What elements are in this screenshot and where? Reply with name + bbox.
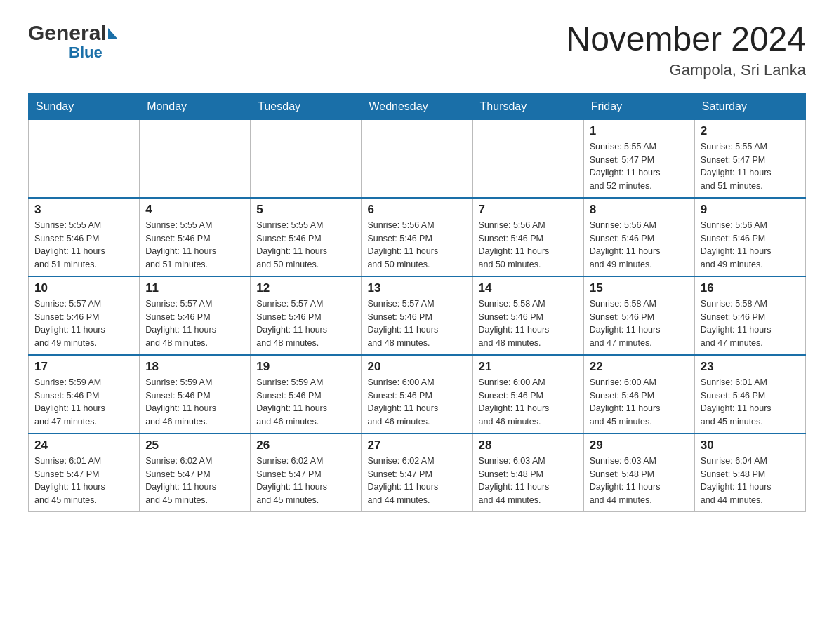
day-number: 9	[701, 203, 800, 217]
calendar-cell	[140, 119, 251, 198]
day-number: 12	[256, 281, 355, 295]
calendar-header-sunday: Sunday	[29, 94, 140, 119]
day-number: 22	[590, 360, 689, 374]
day-info: Sunrise: 5:57 AM Sunset: 5:46 PM Dayligh…	[145, 297, 244, 350]
calendar-cell: 8Sunrise: 5:56 AM Sunset: 5:46 PM Daylig…	[583, 198, 694, 276]
day-info: Sunrise: 5:58 AM Sunset: 5:46 PM Dayligh…	[701, 297, 800, 350]
calendar-header-monday: Monday	[140, 94, 251, 119]
day-info: Sunrise: 5:55 AM Sunset: 5:46 PM Dayligh…	[34, 219, 133, 271]
month-title: November 2024	[566, 21, 806, 58]
calendar-cell: 16Sunrise: 5:58 AM Sunset: 5:46 PM Dayli…	[694, 276, 805, 355]
calendar-cell: 3Sunrise: 5:55 AM Sunset: 5:46 PM Daylig…	[29, 198, 140, 276]
calendar-cell: 29Sunrise: 6:03 AM Sunset: 5:48 PM Dayli…	[583, 434, 694, 512]
day-info: Sunrise: 6:01 AM Sunset: 5:47 PM Dayligh…	[34, 455, 133, 507]
calendar-week-2: 3Sunrise: 5:55 AM Sunset: 5:46 PM Daylig…	[29, 198, 806, 276]
day-info: Sunrise: 5:57 AM Sunset: 5:46 PM Dayligh…	[34, 297, 133, 350]
calendar-header-thursday: Thursday	[472, 94, 583, 119]
day-number: 27	[367, 438, 466, 452]
day-number: 28	[479, 438, 578, 452]
day-info: Sunrise: 6:02 AM Sunset: 5:47 PM Dayligh…	[367, 455, 466, 507]
day-info: Sunrise: 5:57 AM Sunset: 5:46 PM Dayligh…	[256, 297, 355, 350]
day-info: Sunrise: 5:59 AM Sunset: 5:46 PM Dayligh…	[256, 376, 355, 429]
calendar-cell: 6Sunrise: 5:56 AM Sunset: 5:46 PM Daylig…	[362, 198, 472, 276]
title-block: November 2024 Gampola, Sri Lanka	[566, 21, 806, 79]
day-number: 21	[479, 360, 578, 374]
calendar-cell	[472, 119, 583, 198]
calendar-cell: 17Sunrise: 5:59 AM Sunset: 5:46 PM Dayli…	[29, 355, 140, 434]
day-info: Sunrise: 6:00 AM Sunset: 5:46 PM Dayligh…	[479, 376, 578, 429]
logo-arrow-icon	[108, 28, 118, 39]
day-number: 26	[256, 438, 355, 452]
calendar-header-saturday: Saturday	[694, 94, 805, 119]
calendar-cell: 11Sunrise: 5:57 AM Sunset: 5:46 PM Dayli…	[140, 276, 251, 355]
calendar-week-3: 10Sunrise: 5:57 AM Sunset: 5:46 PM Dayli…	[29, 276, 806, 355]
calendar-cell: 27Sunrise: 6:02 AM Sunset: 5:47 PM Dayli…	[362, 434, 472, 512]
day-info: Sunrise: 5:55 AM Sunset: 5:47 PM Dayligh…	[590, 140, 689, 193]
day-number: 7	[479, 203, 578, 217]
day-number: 1	[590, 124, 689, 138]
day-info: Sunrise: 6:00 AM Sunset: 5:46 PM Dayligh…	[367, 376, 466, 429]
logo-general-text: General	[28, 21, 107, 45]
day-info: Sunrise: 6:01 AM Sunset: 5:46 PM Dayligh…	[701, 376, 800, 429]
day-info: Sunrise: 6:02 AM Sunset: 5:47 PM Dayligh…	[256, 455, 355, 507]
calendar-cell: 26Sunrise: 6:02 AM Sunset: 5:47 PM Dayli…	[251, 434, 362, 512]
day-number: 5	[256, 203, 355, 217]
day-number: 23	[701, 360, 800, 374]
day-number: 10	[34, 281, 133, 295]
day-number: 11	[145, 281, 244, 295]
calendar-header-friday: Friday	[583, 94, 694, 119]
day-info: Sunrise: 5:56 AM Sunset: 5:46 PM Dayligh…	[590, 219, 689, 271]
calendar-cell: 19Sunrise: 5:59 AM Sunset: 5:46 PM Dayli…	[251, 355, 362, 434]
day-number: 25	[145, 438, 244, 452]
day-number: 20	[367, 360, 466, 374]
calendar-cell: 25Sunrise: 6:02 AM Sunset: 5:47 PM Dayli…	[140, 434, 251, 512]
day-number: 30	[701, 438, 800, 452]
day-info: Sunrise: 6:04 AM Sunset: 5:48 PM Dayligh…	[701, 455, 800, 507]
calendar-header-row: SundayMondayTuesdayWednesdayThursdayFrid…	[29, 94, 806, 119]
day-info: Sunrise: 5:59 AM Sunset: 5:46 PM Dayligh…	[145, 376, 244, 429]
calendar-cell: 4Sunrise: 5:55 AM Sunset: 5:46 PM Daylig…	[140, 198, 251, 276]
calendar-cell: 13Sunrise: 5:57 AM Sunset: 5:46 PM Dayli…	[362, 276, 472, 355]
calendar-cell	[29, 119, 140, 198]
day-info: Sunrise: 6:03 AM Sunset: 5:48 PM Dayligh…	[590, 455, 689, 507]
day-info: Sunrise: 5:59 AM Sunset: 5:46 PM Dayligh…	[34, 376, 133, 429]
logo: General Blue	[28, 21, 118, 60]
location-text: Gampola, Sri Lanka	[566, 61, 806, 79]
calendar-table: SundayMondayTuesdayWednesdayThursdayFrid…	[28, 93, 806, 512]
day-number: 2	[701, 124, 800, 138]
day-info: Sunrise: 6:03 AM Sunset: 5:48 PM Dayligh…	[479, 455, 578, 507]
day-info: Sunrise: 5:55 AM Sunset: 5:47 PM Dayligh…	[701, 140, 800, 193]
calendar-cell: 18Sunrise: 5:59 AM Sunset: 5:46 PM Dayli…	[140, 355, 251, 434]
calendar-cell: 7Sunrise: 5:56 AM Sunset: 5:46 PM Daylig…	[472, 198, 583, 276]
page-header: General Blue November 2024 Gampola, Sri …	[28, 21, 806, 79]
day-info: Sunrise: 5:56 AM Sunset: 5:46 PM Dayligh…	[367, 219, 466, 271]
calendar-cell: 20Sunrise: 6:00 AM Sunset: 5:46 PM Dayli…	[362, 355, 472, 434]
calendar-week-1: 1Sunrise: 5:55 AM Sunset: 5:47 PM Daylig…	[29, 119, 806, 198]
calendar-cell: 22Sunrise: 6:00 AM Sunset: 5:46 PM Dayli…	[583, 355, 694, 434]
calendar-cell: 14Sunrise: 5:58 AM Sunset: 5:46 PM Dayli…	[472, 276, 583, 355]
day-number: 4	[145, 203, 244, 217]
calendar-cell: 23Sunrise: 6:01 AM Sunset: 5:46 PM Dayli…	[694, 355, 805, 434]
day-number: 16	[701, 281, 800, 295]
calendar-week-4: 17Sunrise: 5:59 AM Sunset: 5:46 PM Dayli…	[29, 355, 806, 434]
calendar-cell	[362, 119, 472, 198]
day-number: 29	[590, 438, 689, 452]
day-number: 8	[590, 203, 689, 217]
logo-blue-text: Blue	[69, 43, 102, 61]
day-info: Sunrise: 5:55 AM Sunset: 5:46 PM Dayligh…	[256, 219, 355, 271]
day-info: Sunrise: 6:00 AM Sunset: 5:46 PM Dayligh…	[590, 376, 689, 429]
day-number: 3	[34, 203, 133, 217]
calendar-cell: 30Sunrise: 6:04 AM Sunset: 5:48 PM Dayli…	[694, 434, 805, 512]
day-info: Sunrise: 5:58 AM Sunset: 5:46 PM Dayligh…	[590, 297, 689, 350]
day-number: 17	[34, 360, 133, 374]
calendar-cell: 28Sunrise: 6:03 AM Sunset: 5:48 PM Dayli…	[472, 434, 583, 512]
calendar-cell	[251, 119, 362, 198]
day-number: 14	[479, 281, 578, 295]
day-number: 19	[256, 360, 355, 374]
day-info: Sunrise: 5:58 AM Sunset: 5:46 PM Dayligh…	[479, 297, 578, 350]
calendar-header-tuesday: Tuesday	[251, 94, 362, 119]
day-number: 15	[590, 281, 689, 295]
day-number: 18	[145, 360, 244, 374]
day-number: 13	[367, 281, 466, 295]
calendar-cell: 15Sunrise: 5:58 AM Sunset: 5:46 PM Dayli…	[583, 276, 694, 355]
